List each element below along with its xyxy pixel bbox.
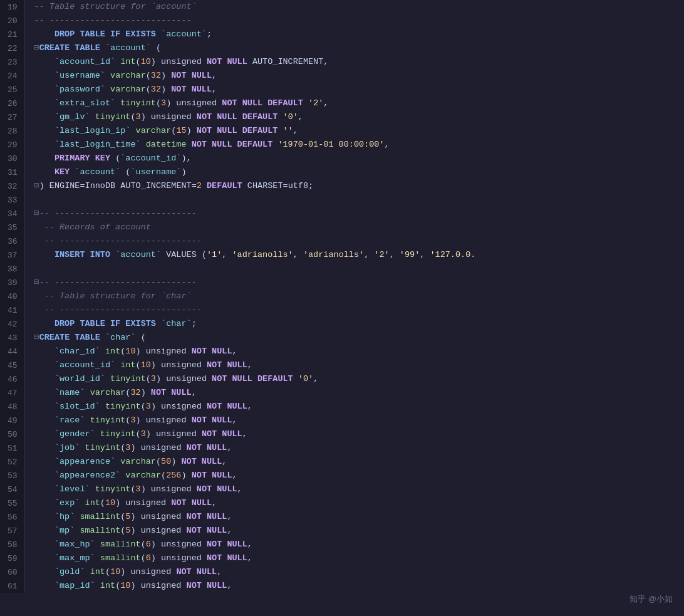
line-content: `name` varchar(32) NOT NULL, (24, 386, 684, 400)
code-editor: 19-- Table structure for `account`20-- -… (0, 0, 684, 616)
line-number: 57 (0, 524, 24, 538)
line-content (24, 193, 684, 207)
code-line: 24 `username` varchar(32) NOT NULL, (0, 69, 684, 83)
line-number: 22 (0, 41, 24, 55)
line-number: 19 (0, 0, 24, 14)
line-content: INSERT INTO `account` VALUES ('1', 'adri… (24, 248, 684, 262)
line-number: 35 (0, 221, 24, 234)
code-line: 39⊟-- ---------------------------- (0, 276, 684, 290)
code-line: 27 `gm_lv` tinyint(3) unsigned NOT NULL … (0, 110, 684, 124)
code-line: 48 `slot_id` tinyint(3) unsigned NOT NUL… (0, 400, 684, 414)
code-line: 38 (0, 262, 684, 276)
line-number: 34 (0, 207, 24, 221)
code-line: 44 `char_id` int(10) unsigned NOT NULL, (0, 345, 684, 358)
code-line: 58 `max_hp` smallint(6) unsigned NOT NUL… (0, 538, 684, 551)
line-content: -- ---------------------------- (24, 303, 684, 317)
code-line: 54 `level` tinyint(3) unsigned NOT NULL, (0, 483, 684, 496)
line-content: KEY `account` (`username`) (24, 165, 684, 179)
code-line: 36 -- ---------------------------- (0, 234, 684, 248)
line-number: 33 (0, 193, 24, 207)
code-line: 47 `name` varchar(32) NOT NULL, (0, 386, 684, 400)
line-number: 47 (0, 386, 24, 400)
line-content: `slot_id` tinyint(3) unsigned NOT NULL, (24, 400, 684, 414)
line-content: `username` varchar(32) NOT NULL, (24, 69, 684, 83)
code-line: 22⊟CREATE TABLE `account` ( (0, 41, 684, 55)
line-content: DROP TABLE IF EXISTS `account`; (24, 28, 684, 41)
line-content: ⊟-- ---------------------------- (24, 207, 684, 221)
line-content: -- ---------------------------- (24, 14, 684, 28)
line-content (24, 262, 684, 276)
line-number: 58 (0, 538, 24, 551)
code-line: 50 `gender` tinyint(3) unsigned NOT NULL… (0, 427, 684, 441)
code-line: 51 `job` tinyint(3) unsigned NOT NULL, (0, 441, 684, 455)
line-content: `world_id` tinyint(3) unsigned NOT NULL … (24, 372, 684, 386)
line-number: 30 (0, 152, 24, 165)
line-number: 61 (0, 579, 24, 593)
code-line: 30 PRIMARY KEY (`account_id`), (0, 152, 684, 165)
line-number: 53 (0, 469, 24, 483)
code-line: 26 `extra_slot` tinyint(3) unsigned NOT … (0, 97, 684, 110)
line-number: 21 (0, 28, 24, 41)
code-line: 29 `last_login_time` datetime NOT NULL D… (0, 138, 684, 152)
line-content: ⊟) ENGINE=InnoDB AUTO_INCREMENT=2 DEFAUL… (24, 179, 684, 193)
line-content: `max_mp` smallint(6) unsigned NOT NULL, (24, 551, 684, 565)
code-line: 59 `max_mp` smallint(6) unsigned NOT NUL… (0, 551, 684, 565)
line-number: 38 (0, 262, 24, 276)
line-number: 32 (0, 179, 24, 193)
code-line: 33 (0, 193, 684, 207)
line-number: 27 (0, 110, 24, 124)
code-line: 32⊟) ENGINE=InnoDB AUTO_INCREMENT=2 DEFA… (0, 179, 684, 193)
line-content: `race` tinyint(3) unsigned NOT NULL, (24, 414, 684, 427)
line-number: 50 (0, 427, 24, 441)
line-number: 44 (0, 345, 24, 358)
code-line: 52 `appearence` varchar(50) NOT NULL, (0, 455, 684, 469)
line-number: 54 (0, 483, 24, 496)
line-number: 48 (0, 400, 24, 414)
line-content: `level` tinyint(3) unsigned NOT NULL, (24, 483, 684, 496)
code-line: 21 DROP TABLE IF EXISTS `account`; (0, 28, 684, 41)
line-number: 55 (0, 496, 24, 510)
line-content: -- ---------------------------- (24, 234, 684, 248)
code-line: 25 `password` varchar(32) NOT NULL, (0, 83, 684, 97)
code-line: 40 -- Table structure for `char` (0, 290, 684, 303)
line-content: `gm_lv` tinyint(3) unsigned NOT NULL DEF… (24, 110, 684, 124)
line-number: 28 (0, 124, 24, 138)
line-content: `appearence` varchar(50) NOT NULL, (24, 455, 684, 469)
code-line: 19-- Table structure for `account` (0, 0, 684, 14)
line-number: 29 (0, 138, 24, 152)
code-line: 41 -- ---------------------------- (0, 303, 684, 317)
code-line: 28 `last_login_ip` varchar(15) NOT NULL … (0, 124, 684, 138)
line-number: 51 (0, 441, 24, 455)
line-content: `map_id` int(10) unsigned NOT NULL, (24, 579, 684, 593)
line-content: PRIMARY KEY (`account_id`), (24, 152, 684, 165)
line-number: 40 (0, 290, 24, 303)
line-content: ⊟-- ---------------------------- (24, 276, 684, 290)
code-line: 61 `map_id` int(10) unsigned NOT NULL, (0, 579, 684, 593)
code-line: 31 KEY `account` (`username`) (0, 165, 684, 179)
code-line: 35 -- Records of account (0, 221, 684, 234)
line-content: `appearence2` varchar(256) NOT NULL, (24, 469, 684, 483)
line-number: 45 (0, 358, 24, 372)
line-content: -- Table structure for `char` (24, 290, 684, 303)
line-number: 52 (0, 455, 24, 469)
line-content: `job` tinyint(3) unsigned NOT NULL, (24, 441, 684, 455)
line-content: ⊟CREATE TABLE `account` ( (24, 41, 684, 55)
line-content: `gold` int(10) unsigned NOT NULL, (24, 565, 684, 579)
line-number: 25 (0, 83, 24, 97)
line-number: 20 (0, 14, 24, 28)
line-content: `max_hp` smallint(6) unsigned NOT NULL, (24, 538, 684, 551)
code-line: 57 `mp` smallint(5) unsigned NOT NULL, (0, 524, 684, 538)
code-line: 53 `appearence2` varchar(256) NOT NULL, (0, 469, 684, 483)
line-number: 24 (0, 69, 24, 83)
line-content: `mp` smallint(5) unsigned NOT NULL, (24, 524, 684, 538)
line-number: 49 (0, 414, 24, 427)
line-content: ⊟CREATE TABLE `char` ( (24, 331, 684, 345)
line-content: DROP TABLE IF EXISTS `char`; (24, 317, 684, 331)
line-number: 59 (0, 551, 24, 565)
code-line: 60 `gold` int(10) unsigned NOT NULL, (0, 565, 684, 579)
line-number: 23 (0, 55, 24, 69)
line-content: `password` varchar(32) NOT NULL, (24, 83, 684, 97)
line-number: 41 (0, 303, 24, 317)
code-line: 49 `race` tinyint(3) unsigned NOT NULL, (0, 414, 684, 427)
line-content: `hp` smallint(5) unsigned NOT NULL, (24, 510, 684, 524)
